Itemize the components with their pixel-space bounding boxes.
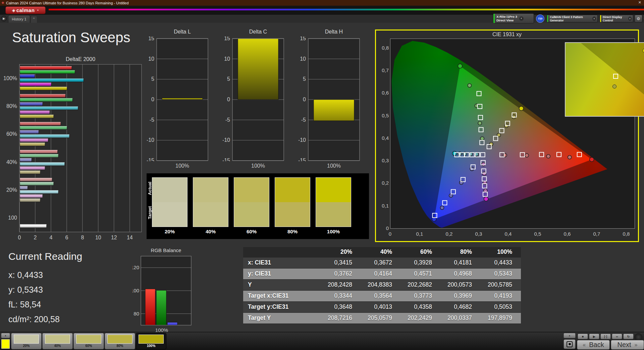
svg-text:100: 100 <box>132 288 139 293</box>
cie-measured-point <box>503 153 507 157</box>
deltae-group-label: 20% <box>6 187 17 193</box>
expand-transport-button[interactable]: ▲ <box>564 333 576 338</box>
svg-text:-10: -10 <box>147 137 154 143</box>
patch-label: 100% <box>136 344 166 348</box>
chevron-down-icon: ▼ <box>37 9 39 11</box>
delta-c-chart: 151050-5-10-15 <box>219 37 289 161</box>
svg-text:-5: -5 <box>225 117 230 123</box>
target-swatch <box>193 202 228 227</box>
table-row-label: Target Y <box>243 312 321 324</box>
transport-play-button[interactable]: ▶ <box>589 334 599 339</box>
pattern-generator-dropdown[interactable]: CalMAN Client 3 Pattern Generator ▼ <box>547 15 598 22</box>
svg-text:5: 5 <box>227 76 230 82</box>
svg-text:0: 0 <box>151 97 154 102</box>
table-cell: 0,3344 <box>321 290 361 301</box>
table-cell: 204,8383 <box>361 279 401 290</box>
svg-text:-15: -15 <box>222 158 230 161</box>
expand-patches-button[interactable]: ▲ <box>1 333 10 338</box>
cie-zoom-inset <box>565 42 644 117</box>
close-icon[interactable]: ✕ <box>638 0 641 5</box>
cie-measured-point <box>546 155 550 158</box>
cie-measured-point <box>590 157 594 162</box>
table-cell: 200,0573 <box>441 279 481 290</box>
rainbow-strip <box>49 9 644 10</box>
patch-button-60%[interactable]: 60% <box>73 333 104 349</box>
table-cell: 0,3762 <box>321 268 361 279</box>
actual-row-label: Actual <box>147 182 152 195</box>
target-swatch <box>316 202 351 227</box>
tab-history-1[interactable]: History 1 <box>8 15 30 23</box>
cie-y-tick-label: 0,6 <box>377 90 389 96</box>
transport-loop-button[interactable]: ∞ <box>612 334 622 339</box>
cie-inset-target-square <box>613 74 618 79</box>
calman-app: ❖ Calman 2024 Calman Ultimate for Busine… <box>0 0 644 350</box>
table-row: Target x:CIE310,33440,35640,37730,39690,… <box>243 290 521 301</box>
table-cell: 0,3564 <box>361 290 401 301</box>
delta-h-chart: 151050-5-10-15 <box>295 37 365 161</box>
cie-x-tick-label: 0,3 <box>475 231 483 237</box>
patch-label: 40% <box>43 344 72 348</box>
table-cell: 0,5343 <box>481 268 521 279</box>
current-reading-item: x: 0,4433 <box>8 270 43 280</box>
table-cell: 208,7216 <box>321 312 361 324</box>
patch-button-40%[interactable]: 40% <box>42 333 73 349</box>
patch-swatch <box>45 335 70 344</box>
patch-button-20%[interactable]: 20% <box>11 333 42 349</box>
rgb-balance-title: RGB Balance <box>141 247 191 253</box>
transport-refresh-button[interactable]: ↻ <box>623 334 634 339</box>
add-tab-button[interactable]: + <box>31 16 37 23</box>
pattern-window-button[interactable] <box>564 339 576 349</box>
next-button-label: Next <box>617 341 631 349</box>
table-cell: 0,3415 <box>321 257 361 268</box>
calman-menu-button[interactable]: ◈ calman ▼ <box>5 6 46 14</box>
svg-text:120: 120 <box>132 265 139 270</box>
svg-text:-5: -5 <box>301 117 306 123</box>
svg-text:5: 5 <box>303 76 306 82</box>
rgb-bar-red <box>145 289 155 325</box>
cie-measured-point <box>468 83 471 87</box>
back-button[interactable]: « Back <box>577 340 610 350</box>
transport-stop-button[interactable]: ■ <box>578 334 588 339</box>
swatch-column <box>316 177 351 227</box>
delta-l-chart: 151050-5-10-15 <box>143 37 214 161</box>
target-swatch <box>234 202 269 227</box>
actual-swatch <box>275 178 310 202</box>
settings-button[interactable]: ⚙ <box>635 15 642 22</box>
meter-dropdown[interactable]: X-Rite i1Pro 3 Direct View ▼ <box>493 13 534 23</box>
patch-swatch <box>76 335 101 344</box>
cie-y-tick-label: 0,2 <box>377 180 389 186</box>
titlebar: ❖ Calman 2024 Calman Ultimate for Busine… <box>0 0 644 6</box>
patch-button-80%[interactable]: 80% <box>105 333 135 349</box>
table-cell: 0,4571 <box>401 268 441 279</box>
display-control-dropdown[interactable]: Direct Display Control ▼ <box>600 15 633 22</box>
patch-button-100%[interactable]: 100% <box>136 333 166 349</box>
cie-y-tick-label: 0,3 <box>377 158 389 163</box>
history-menu-button[interactable]: ▶ <box>1 16 7 21</box>
table-cell: 0,4181 <box>441 257 481 268</box>
table-cell: 202,2429 <box>401 312 441 324</box>
target-swatch <box>275 202 310 227</box>
svg-text:10: 10 <box>95 235 101 240</box>
cie-y-tick-label: 0,1 <box>377 203 389 209</box>
rgb-bar-green <box>156 290 166 325</box>
table-cell: 197,8979 <box>481 312 521 324</box>
refresh-icon: ↻ <box>627 335 630 338</box>
transport-pattern-size-button[interactable]: [·] <box>600 334 611 339</box>
swatch-column <box>275 177 310 227</box>
svg-text:-10: -10 <box>298 137 306 143</box>
svg-text:80: 80 <box>133 311 139 316</box>
cie-y-tick-label: 0,5 <box>377 113 389 118</box>
delta-c-xlabel: 100% <box>232 163 284 169</box>
cie-measured-point <box>449 194 453 197</box>
next-button[interactable]: Next » <box>611 340 644 350</box>
cie-panel: CIE 1931 xy 00,10,20,30,40,50,60,70,800,… <box>375 30 639 242</box>
patch-swatch <box>107 335 132 344</box>
table-column-header: 80% <box>441 247 481 257</box>
table-row-label: x: CIE31 <box>243 257 321 268</box>
table-cell: 0,4433 <box>481 257 521 268</box>
delta-h-xlabel: 100% <box>308 163 360 169</box>
delta-c-title: Delta C <box>232 29 284 35</box>
swatch-column <box>234 177 269 227</box>
cie-measured-point <box>482 162 485 166</box>
meter-badge[interactable]: 710 <box>536 14 544 23</box>
